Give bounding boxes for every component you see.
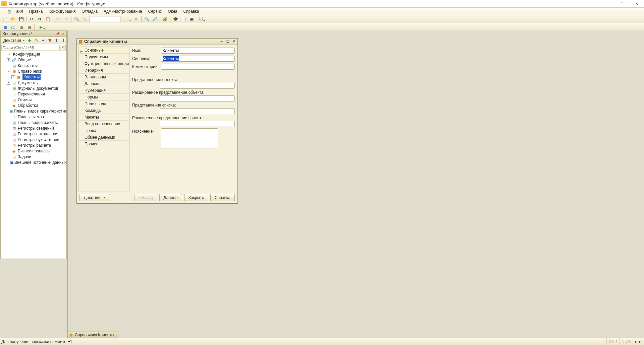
tree-item[interactable]: +▥Регистры расчета (1, 143, 66, 148)
tree-item[interactable]: +ＴПланы счетов (1, 114, 66, 120)
delete-icon[interactable]: ✖ (47, 38, 53, 44)
menu-windows[interactable]: Окна (165, 8, 180, 15)
syntax-helper-icon[interactable]: 🧩 (161, 16, 169, 22)
back-button[interactable]: <Назад (135, 194, 157, 201)
comment-field[interactable] (161, 64, 235, 70)
tree-item[interactable]: +◉Бизнес-процессы (1, 148, 66, 154)
expander-icon[interactable]: − (7, 70, 10, 73)
close-dialog-button[interactable]: Закрыть (184, 194, 208, 201)
tree-item[interactable]: +▦Планы видов характеристик (1, 109, 66, 114)
dialog-nav-item[interactable]: Прочее (78, 141, 129, 147)
tree-item[interactable]: +◆Обработки (1, 103, 66, 109)
explain-field[interactable] (161, 128, 218, 148)
expander-icon[interactable]: + (7, 58, 10, 62)
calendar-icon[interactable]: 📑 (180, 16, 187, 22)
dialog-nav-item[interactable]: Ввод на основании (78, 121, 129, 127)
tree-item[interactable]: +▦Планы видов расчета (1, 120, 66, 126)
dialog-maximize-icon[interactable]: ☐ (225, 39, 231, 44)
undo-icon[interactable]: ↶ (54, 16, 62, 22)
move-up-icon[interactable]: ⬆ (53, 38, 60, 44)
obj-repr-field[interactable] (160, 83, 235, 89)
zoom-fwd-icon[interactable]: 🔎 (151, 16, 158, 22)
expander-icon[interactable]: + (7, 81, 10, 85)
list-repr-ext-field[interactable] (160, 121, 235, 127)
close-button[interactable]: ✕ (629, 0, 644, 8)
config-tree[interactable]: − ● Конфигурация +🔗Общие+▦Константы−▦Спр… (1, 51, 66, 259)
new-file-icon[interactable]: 📄 (1, 16, 9, 22)
dialog-nav-item[interactable]: Данные (78, 80, 129, 87)
wand-icon[interactable]: ✦ (40, 38, 46, 44)
status-lang[interactable]: ru ▾ (633, 338, 643, 345)
mdi-tab-catalog-clients[interactable]: Справочник Клиенты (68, 332, 118, 338)
config-tree-icon[interactable]: ▦ (1, 24, 9, 30)
dialog-nav-item[interactable]: Иерархия (78, 67, 129, 74)
menu-edit[interactable]: Правка (26, 8, 46, 15)
dialog-titlebar[interactable]: ▦ Справочник Клиенты ─ ☐ ✕ (77, 39, 237, 45)
find-next-icon[interactable]: 🔍 (81, 16, 88, 22)
menu-debug[interactable]: Отладка (79, 8, 100, 15)
dialog-nav-item[interactable]: Поле ввода (78, 100, 129, 107)
db-update-icon[interactable]: 🗃 (9, 24, 17, 30)
cut-icon[interactable]: ✂ (28, 16, 35, 22)
config-search-clear-icon[interactable]: ✕ (60, 45, 66, 50)
dialog-nav-item[interactable]: Нумерация (78, 87, 129, 94)
menu-configuration[interactable]: Конфигурация (46, 8, 78, 15)
show-panel-icon[interactable]: ▣ (188, 16, 195, 22)
dialog-nav-item[interactable]: Макеты (78, 114, 129, 121)
dialog-nav-item[interactable]: Обмен данными (78, 134, 129, 141)
redo-icon[interactable]: ↷ (62, 16, 70, 22)
maximize-button[interactable]: ☐ (614, 0, 629, 8)
dialog-nav-item[interactable]: Команды (78, 107, 129, 114)
copy-icon[interactable]: ⧉ (36, 16, 43, 22)
dialog-nav-item[interactable]: Формы (78, 94, 129, 100)
paste-icon[interactable]: 📋 (44, 16, 51, 22)
menu-file[interactable]: Файл (5, 8, 26, 15)
tree-item[interactable]: +▤Задачи (1, 154, 66, 160)
properties-icon[interactable]: ▥ (17, 24, 25, 30)
toolbar-search-input[interactable] (90, 16, 120, 22)
desktop-cmd-icon[interactable]: ▤ (25, 24, 33, 30)
panel-close-icon[interactable]: ✕ (60, 31, 66, 37)
tree-item[interactable]: +🔗Общие (1, 57, 66, 63)
open-file-icon[interactable]: 📂 (9, 16, 17, 22)
tree-item[interactable]: +▥Регистры бухгалтерии (1, 137, 66, 143)
search-dd-icon[interactable] (122, 16, 132, 22)
tree-root[interactable]: − ● Конфигурация (1, 52, 66, 57)
edit-icon[interactable]: ✎ (33, 38, 40, 44)
panel-actions-button[interactable]: Действия (2, 37, 26, 44)
dialog-nav-item[interactable]: Подсистемы (78, 54, 129, 60)
find-icon[interactable]: 🔍 (73, 16, 80, 22)
minimize-button[interactable]: ─ (600, 0, 614, 8)
dialog-nav-item[interactable]: Основные (78, 47, 129, 54)
add-icon[interactable]: ✚ (26, 38, 33, 44)
zoom-back-icon[interactable]: 🔍 (143, 16, 150, 22)
name-field[interactable] (161, 48, 235, 54)
tree-item[interactable]: +▦Клиенты (1, 74, 66, 80)
tree-item[interactable]: +▥Регистры накопления (1, 131, 66, 137)
tree-item[interactable]: +▦Константы (1, 63, 66, 69)
menu-help[interactable]: Справка (180, 8, 202, 15)
pin-icon[interactable]: 📌 (55, 31, 60, 37)
obj-repr-ext-field[interactable] (160, 95, 235, 101)
help-button[interactable]: Справка (210, 194, 235, 201)
tree-item[interactable]: +▥Отчеты (1, 97, 66, 103)
menu-service[interactable]: Сервис (145, 8, 164, 15)
tree-item[interactable]: +▭Перечисления (1, 91, 66, 97)
save-icon[interactable]: 💾 (17, 16, 25, 22)
dialog-minimize-icon[interactable]: ─ (219, 39, 225, 44)
tree-item[interactable]: +▤Документы (1, 80, 66, 86)
dialog-actions-button[interactable]: Действия (79, 194, 110, 201)
dialog-nav-item[interactable]: Владельцы (78, 74, 129, 80)
tree-item[interactable]: −▦Справочники (1, 69, 66, 74)
move-down-icon[interactable]: ⬇ (60, 38, 66, 44)
menu-admin[interactable]: Администрирование (101, 8, 145, 15)
dialog-nav-item[interactable]: Функциональные опции (78, 60, 129, 67)
next-button[interactable]: Далее> (159, 194, 182, 201)
dialog-nav-item[interactable]: Права (78, 127, 129, 134)
list-repr-field[interactable] (160, 108, 235, 114)
search-clear-icon[interactable]: ✕ (132, 16, 140, 22)
start-debug-icon[interactable]: ▶ (36, 24, 46, 30)
expander-icon[interactable]: + (11, 75, 15, 79)
calculator-icon[interactable]: 🎓 (172, 16, 179, 22)
tree-item[interactable]: +▣Внешние источники данных (1, 160, 66, 165)
